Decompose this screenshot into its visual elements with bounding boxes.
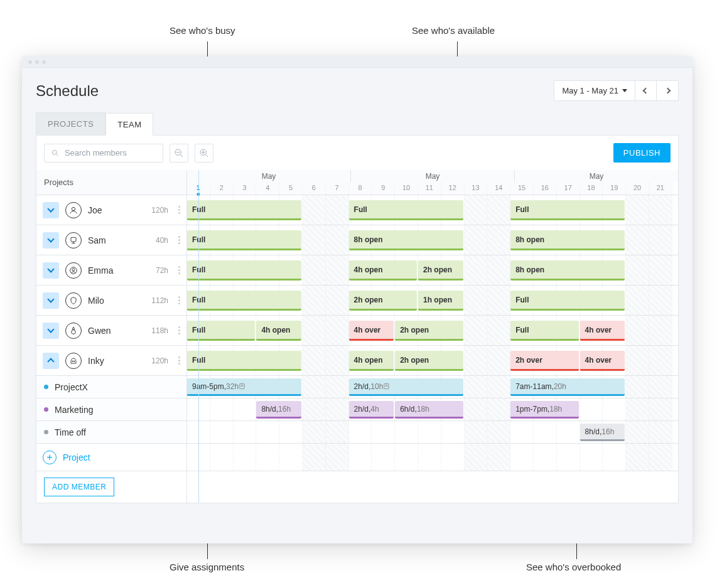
expand-toggle[interactable] <box>43 262 59 279</box>
member-row: Milo 112h <box>36 286 186 316</box>
schedule-bar[interactable]: 4h over <box>580 351 625 371</box>
note-icon <box>383 383 390 390</box>
add-project-row[interactable]: +Project <box>36 444 186 471</box>
annotation-assign: Give assignments <box>170 562 244 572</box>
schedule-bar[interactable]: 8h open <box>349 230 463 250</box>
day-header: 4 <box>256 183 279 195</box>
schedule-bar[interactable]: 1pm-7pm, 18h <box>510 401 578 419</box>
member-row: Emma 72h <box>36 255 186 286</box>
schedule-bar[interactable]: 2h/d, 4h <box>349 401 394 419</box>
zoom-in-icon <box>199 148 209 158</box>
schedule-bar[interactable]: Full <box>187 200 301 220</box>
svg-point-14 <box>72 361 73 361</box>
app-window: Schedule May 1 - May 21 PROJECTS TEAM <box>22 56 692 543</box>
left-header: Projects <box>36 170 186 195</box>
tab-team[interactable]: TEAM <box>105 113 153 136</box>
annotation-over: See who's overbooked <box>526 562 621 572</box>
schedule-bar[interactable]: 4h over <box>349 321 394 341</box>
schedule-bar[interactable]: Full <box>510 200 625 220</box>
more-menu[interactable] <box>178 296 180 304</box>
date-range-picker[interactable]: May 1 - May 21 <box>554 81 635 100</box>
day-header: 11 <box>418 183 441 195</box>
schedule-bar[interactable]: 2h/d, 10h <box>349 378 463 396</box>
schedule-bar[interactable]: 6h/d, 18h <box>395 401 463 419</box>
schedule-bar[interactable]: 4h over <box>580 321 625 341</box>
schedule-bar[interactable]: Full <box>187 230 301 250</box>
svg-point-9 <box>72 207 75 210</box>
schedule-bar[interactable]: 2h open <box>395 351 463 371</box>
member-row: Gwen 118h <box>36 316 186 346</box>
schedule-bar[interactable]: 8h open <box>510 230 625 250</box>
day-header: 15 <box>510 183 534 195</box>
more-menu[interactable] <box>178 356 180 365</box>
caret-down-icon <box>622 89 627 92</box>
schedule-bar[interactable]: Full <box>510 291 625 311</box>
expand-toggle[interactable] <box>43 232 59 249</box>
project-subrow: ProjectX <box>36 376 186 398</box>
schedule-bar[interactable]: Full <box>187 260 301 281</box>
publish-button[interactable]: PUBLISH <box>613 143 671 163</box>
more-menu[interactable] <box>178 266 180 274</box>
expand-toggle[interactable] <box>43 323 59 339</box>
next-button[interactable] <box>657 81 678 100</box>
project-dot-icon <box>44 407 48 412</box>
add-member-button[interactable]: ADD MEMBER <box>44 478 114 496</box>
schedule-bar[interactable]: Full <box>187 351 301 371</box>
schedule-bar[interactable]: Full <box>187 321 255 341</box>
tab-projects[interactable]: PROJECTS <box>36 112 105 135</box>
schedule-bar[interactable]: 8h/d, 16h <box>256 401 301 419</box>
member-hours: 120h <box>151 356 168 365</box>
schedule-bar[interactable]: 2h over <box>510 351 578 371</box>
schedule-bar[interactable]: 4h open <box>349 351 394 371</box>
more-menu[interactable] <box>178 206 180 214</box>
schedule-bar[interactable]: 4h open <box>256 321 301 341</box>
day-header: 10 <box>395 183 418 195</box>
schedule-bar[interactable]: 4h open <box>349 260 417 281</box>
member-name: Inky <box>88 356 104 366</box>
prev-button[interactable] <box>635 81 657 100</box>
search-box[interactable] <box>44 144 163 163</box>
timeline-row: Full4h open4h over2h openFull4h over <box>187 316 678 346</box>
schedule-bar[interactable]: 8h open <box>510 260 625 281</box>
annotation-available: See who's available <box>412 25 495 36</box>
expand-toggle[interactable] <box>43 202 59 218</box>
schedule-bar[interactable]: 2h open <box>418 260 463 281</box>
schedule-bar[interactable]: Full <box>187 291 301 311</box>
avatar-icon <box>65 232 82 249</box>
add-project-label: Project <box>63 452 90 462</box>
svg-line-4 <box>181 154 183 156</box>
schedule-bar[interactable]: 7am-11am, 20h <box>510 378 625 396</box>
day-header: 20 <box>626 183 649 195</box>
day-header: 21 <box>649 183 672 195</box>
project-name: Time off <box>55 427 86 437</box>
svg-point-12 <box>72 268 75 270</box>
day-header: 6 <box>303 183 326 195</box>
more-menu[interactable] <box>178 326 180 334</box>
timeline-subrow: 8h/d, 16h2h/d, 4h6h/d, 18h1pm-7pm, 18h <box>187 398 678 421</box>
expand-toggle[interactable] <box>43 292 59 309</box>
schedule-bar[interactable]: 1h open <box>418 291 463 311</box>
member-name: Sam <box>88 235 106 245</box>
member-name: Gwen <box>88 326 111 336</box>
zoom-in-button[interactable] <box>195 144 213 163</box>
timeline-row: Full4h open2h open2h over4h over <box>187 346 678 376</box>
page-title: Schedule <box>36 82 99 100</box>
member-hours: 40h <box>156 236 168 245</box>
schedule-bar[interactable]: 2h open <box>395 321 463 341</box>
schedule-bar[interactable]: 2h open <box>349 291 417 311</box>
day-header: 14 <box>487 183 510 195</box>
search-input[interactable] <box>65 148 156 158</box>
project-dot-icon <box>44 385 48 389</box>
more-menu[interactable] <box>178 236 180 244</box>
day-header: 13 <box>465 183 488 195</box>
avatar-icon <box>65 353 82 369</box>
day-header: 8 <box>349 183 372 195</box>
timeline-row: Full8h open8h open <box>187 225 678 255</box>
zoom-out-button[interactable] <box>170 144 188 163</box>
schedule-bar[interactable]: Full <box>510 321 578 341</box>
schedule-bar[interactable]: 9am-5pm, 32h <box>187 378 301 396</box>
expand-toggle[interactable] <box>43 353 59 369</box>
schedule-bar[interactable]: Full <box>349 200 463 220</box>
schedule-bar[interactable]: 8h/d, 16h <box>580 424 625 441</box>
day-header: 12 <box>441 183 465 195</box>
